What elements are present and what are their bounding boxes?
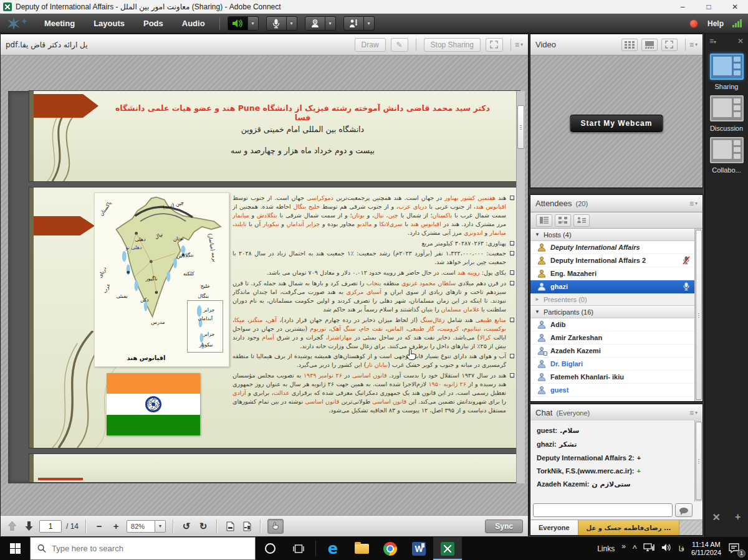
stop-sharing-button[interactable]: Stop Sharing bbox=[424, 38, 481, 52]
zoom-level-select[interactable]: 82% ▾ bbox=[127, 520, 166, 533]
start-button[interactable] bbox=[0, 537, 30, 560]
speaker-dropdown[interactable]: ▾ bbox=[248, 16, 259, 31]
attendee-list-view-button[interactable] bbox=[536, 214, 552, 227]
edge-taskbar-icon[interactable]: e bbox=[319, 537, 347, 560]
microphone-dropdown[interactable]: ▾ bbox=[287, 16, 297, 31]
raise-hand-button[interactable] bbox=[343, 16, 364, 31]
rotate-right-button[interactable]: ↻ bbox=[197, 520, 209, 533]
chrome-taskbar-icon[interactable] bbox=[376, 537, 405, 560]
fit-page-button[interactable] bbox=[224, 520, 236, 533]
attendee-row[interactable]: Adib bbox=[530, 318, 694, 331]
video-fullscreen-button[interactable] bbox=[661, 39, 678, 51]
fit-width-button[interactable] bbox=[241, 520, 253, 533]
chat-tab-everyone[interactable]: Everyone bbox=[530, 520, 578, 535]
zoom-out-button[interactable]: − bbox=[93, 520, 105, 533]
attendee-row[interactable]: guest bbox=[530, 384, 694, 397]
chat-message-input[interactable] bbox=[533, 503, 673, 517]
raise-hand-dropdown[interactable]: ▾ bbox=[364, 16, 375, 31]
task-view-button[interactable] bbox=[284, 537, 313, 560]
previous-page-button[interactable] bbox=[6, 520, 18, 533]
sync-button[interactable]: Sync bbox=[485, 520, 523, 533]
layout-menu-button[interactable]: ≡▾ bbox=[709, 37, 716, 45]
attendees-scrollbar[interactable] bbox=[694, 229, 702, 401]
language-indicator[interactable]: فا bbox=[678, 544, 684, 553]
fullscreen-button[interactable] bbox=[486, 38, 503, 52]
zoom-dropdown-button[interactable]: ▾ bbox=[155, 520, 166, 533]
menu-pods[interactable]: Pods bbox=[134, 14, 173, 33]
attendee-row[interactable]: Fatemeh Khanlari- ikiu bbox=[530, 371, 694, 384]
layout-thumbnail[interactable] bbox=[710, 95, 744, 121]
next-page-button[interactable] bbox=[22, 520, 35, 533]
layout-item-sharing[interactable]: Sharing bbox=[705, 54, 748, 90]
attendee-section-participants[interactable]: ▼Participants (16) bbox=[530, 306, 694, 318]
speaker-button[interactable] bbox=[228, 16, 248, 31]
clock-date: 6/11/2024 bbox=[691, 549, 721, 557]
cortana-button[interactable] bbox=[256, 537, 284, 560]
volume-tray-icon[interactable] bbox=[661, 543, 671, 554]
menu-audio[interactable]: Audio bbox=[173, 14, 214, 33]
add-layout-button[interactable]: + bbox=[735, 511, 741, 523]
adobe-connect-taskbar-icon[interactable] bbox=[433, 537, 462, 560]
attendees-pod-menu-button[interactable]: ≡▾ bbox=[689, 199, 698, 208]
attendee-status-view-button[interactable] bbox=[573, 214, 590, 227]
hand-tool-button[interactable] bbox=[267, 519, 284, 534]
taskbar-clock[interactable]: 11:14 AM 6/11/2024 bbox=[691, 541, 721, 557]
chat-pod-menu-button[interactable]: ≡▾ bbox=[689, 409, 698, 417]
attendee-section-hosts[interactable]: ▼Hosts (4) bbox=[530, 229, 694, 241]
page-number-input[interactable] bbox=[39, 520, 62, 533]
zoom-in-button[interactable]: + bbox=[110, 520, 122, 533]
rotate-left-button[interactable]: ↺ bbox=[180, 520, 193, 533]
attendee-row[interactable]: ghazi bbox=[530, 280, 694, 293]
maximize-icon[interactable]: □ bbox=[696, 0, 722, 13]
attendee-row[interactable]: Dr. Biglari bbox=[530, 358, 694, 371]
minimize-icon[interactable]: – bbox=[669, 0, 696, 13]
webcam-dropdown[interactable]: ▾ bbox=[325, 16, 336, 31]
layout-panel-close-icon[interactable]: ✕ bbox=[737, 37, 744, 45]
microphone-button[interactable] bbox=[266, 16, 287, 31]
document-scrollbar[interactable] bbox=[516, 91, 525, 483]
hidden-icons-button[interactable]: ^ bbox=[633, 544, 637, 554]
word-taskbar-icon[interactable]: W bbox=[405, 537, 433, 560]
menu-layouts[interactable]: Layouts bbox=[84, 14, 134, 33]
layout-item-discussion[interactable]: Discussion bbox=[705, 95, 748, 132]
menu-meeting[interactable]: Meeting bbox=[35, 14, 84, 33]
start-webcam-button[interactable]: Start My Webcam bbox=[570, 115, 663, 132]
help-menu[interactable]: Help bbox=[707, 19, 724, 28]
taskbar-search-box[interactable] bbox=[30, 537, 256, 560]
share-pod-menu-button[interactable]: ≡▾ bbox=[515, 40, 523, 49]
links-toolbar[interactable]: Links bbox=[597, 544, 615, 553]
chat-scrollbar[interactable] bbox=[694, 420, 702, 501]
layout-item-collabo[interactable]: Collabo... bbox=[705, 137, 748, 174]
grid-view-button[interactable] bbox=[621, 39, 638, 51]
attendee-row[interactable]: Eng. Mazaheri bbox=[530, 267, 694, 280]
filmstrip-view-button[interactable] bbox=[641, 39, 658, 51]
attendee-row[interactable]: Deputy International Affairs 2 bbox=[530, 254, 694, 267]
video-pod-menu-button[interactable]: ≡▾ bbox=[689, 40, 698, 49]
layout-thumbnail[interactable] bbox=[710, 54, 744, 80]
attendee-breakout-view-button[interactable] bbox=[555, 214, 571, 227]
caret-down-icon: ▾ bbox=[520, 42, 523, 47]
chat-tab-private[interactable]: ... رضای‌فاطمه جسک و عل bbox=[578, 520, 680, 535]
attendee-row[interactable]: Deputy International Affairs bbox=[530, 241, 694, 254]
search-input[interactable] bbox=[52, 544, 248, 553]
close-icon[interactable]: ✕ bbox=[722, 0, 748, 13]
attendee-row[interactable]: Azadeh Kazemi bbox=[530, 344, 694, 358]
file-explorer-taskbar-icon[interactable] bbox=[347, 537, 376, 560]
connection-signal-icon[interactable] bbox=[732, 19, 742, 27]
layout-thumbnail[interactable] bbox=[710, 137, 744, 163]
webcam-button[interactable] bbox=[305, 16, 325, 31]
scrollbar-thumb[interactable] bbox=[517, 105, 524, 149]
chevrons-icon[interactable]: » bbox=[621, 542, 626, 551]
delete-layout-button[interactable]: ✕ bbox=[712, 511, 721, 523]
action-center-button[interactable]: 1 bbox=[728, 543, 743, 555]
send-message-button[interactable] bbox=[675, 503, 693, 517]
attendee-row[interactable]: Amir Zarkeshan bbox=[530, 331, 694, 344]
map-label: مدرس bbox=[151, 320, 165, 325]
pointer-tool-button[interactable]: ✎ bbox=[391, 38, 408, 52]
network-tray-icon[interactable] bbox=[643, 543, 654, 554]
scrollbar-thumb[interactable] bbox=[696, 422, 702, 500]
scrollbar-thumb[interactable] bbox=[696, 230, 702, 400]
draw-button[interactable]: Draw bbox=[355, 38, 386, 52]
document-viewport[interactable]: دکتر سید محمد قاضی دانش آموخته رشته فیزی… bbox=[8, 91, 525, 483]
attendee-section-presenters[interactable]: ►Presenters (0) bbox=[530, 293, 694, 306]
